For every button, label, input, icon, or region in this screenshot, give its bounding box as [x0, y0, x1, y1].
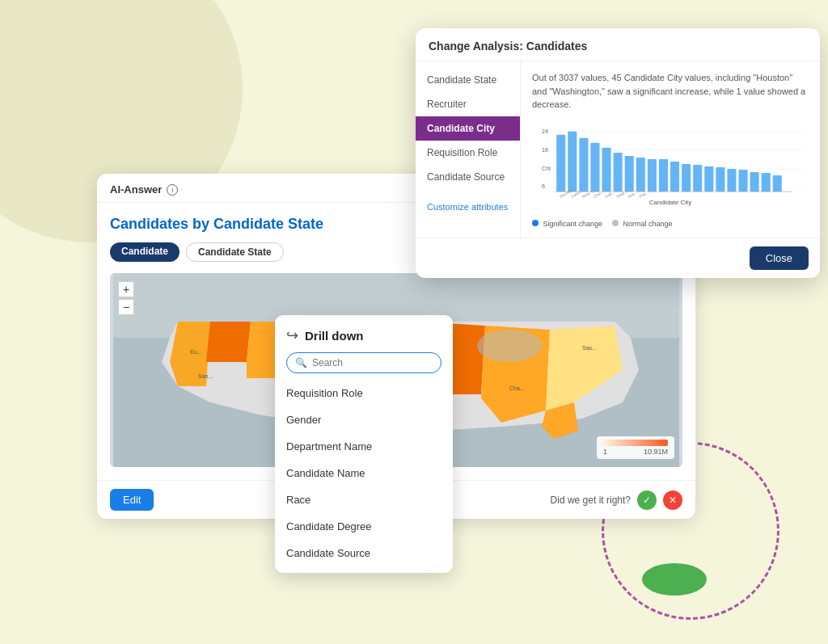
svg-rect-29 [579, 137, 588, 191]
sidebar-item-recruiter[interactable]: Recruiter [416, 92, 520, 116]
svg-text:6: 6 [542, 183, 545, 189]
svg-text:Candidate City: Candidate City [649, 199, 692, 206]
svg-text:Cha...: Cha... [509, 385, 525, 391]
svg-rect-27 [556, 134, 565, 191]
svg-rect-46 [773, 175, 782, 192]
svg-text:San...: San... [198, 373, 213, 379]
legend-labels: 1 10.91M [603, 448, 668, 456]
drill-icon: ↪ [286, 326, 298, 344]
zoom-out-button[interactable]: − [118, 299, 134, 315]
svg-rect-28 [568, 131, 577, 191]
drill-item-requisition-role[interactable]: Requisition Role [275, 380, 453, 406]
drill-item-race[interactable]: Race [275, 486, 453, 513]
svg-text:Cht: Cht [542, 166, 551, 171]
sidebar-item-candidate-city[interactable]: Candidate City [416, 116, 520, 141]
legend-normal: Normal change [612, 220, 673, 228]
map-legend: 1 10.91M [597, 436, 674, 459]
ai-answer-title: AI-Answer [110, 183, 162, 196]
svg-rect-41 [716, 166, 724, 191]
bg-blob-green [642, 563, 707, 596]
modal-header: Change Analysis: Candidates [416, 28, 820, 61]
modal-sidebar: Candidate State Recruiter Candidate City… [416, 61, 521, 238]
info-icon[interactable]: i [167, 184, 178, 196]
drill-item-candidate-name[interactable]: Candidate Name [275, 460, 453, 486]
svg-rect-30 [590, 142, 599, 191]
modal-content-area: Out of 3037 values, 45 Candidate City va… [521, 61, 820, 238]
drill-item-gender[interactable]: Gender [275, 406, 453, 433]
drill-search-container[interactable]: 🔍 [286, 352, 441, 373]
modal-footer: Close [416, 238, 820, 278]
close-button[interactable]: Close [750, 246, 809, 270]
drill-item-department-name[interactable]: Department Name [275, 433, 453, 460]
svg-marker-4 [206, 322, 251, 362]
svg-rect-39 [693, 164, 702, 191]
drill-label: Drill down [305, 329, 364, 343]
bar-chart-svg: 24 18 Cht 6 [532, 120, 809, 217]
legend-significant-label: Significant change [543, 220, 603, 228]
svg-rect-36 [659, 158, 668, 191]
svg-rect-42 [727, 169, 736, 192]
map-zoom-controls: + − [118, 281, 134, 315]
legend-normal-label: Normal change [623, 220, 673, 228]
customize-attributes-link[interactable]: Customize attributes [416, 196, 520, 218]
chart-legend: Significant change Normal change [532, 220, 809, 228]
svg-rect-44 [750, 172, 759, 192]
modal-body: Candidate State Recruiter Candidate City… [416, 61, 820, 238]
svg-rect-43 [738, 170, 747, 192]
feedback-area: Did we get it right? ✓ ✕ [551, 490, 682, 510]
svg-rect-32 [614, 152, 623, 191]
svg-text:Eu...: Eu... [190, 349, 201, 355]
drill-down-header: ↪ Drill down [275, 326, 453, 352]
bar-chart-container: 24 18 Cht 6 [532, 120, 809, 217]
svg-rect-34 [636, 157, 645, 191]
svg-rect-31 [602, 147, 611, 191]
svg-rect-40 [704, 166, 713, 191]
legend-normal-dot [612, 220, 619, 226]
tag-candidate-state[interactable]: Candidate State [186, 242, 284, 262]
svg-text:24: 24 [542, 128, 548, 133]
legend-min: 1 [603, 448, 607, 456]
sidebar-item-requisition-role[interactable]: Requisition Role [416, 141, 520, 165]
svg-text:18: 18 [542, 146, 548, 152]
legend-max: 10.91M [644, 448, 668, 456]
drill-item-candidate-degree[interactable]: Candidate Degree [275, 513, 453, 540]
sidebar-item-candidate-state[interactable]: Candidate State [416, 68, 520, 92]
drill-down-dropdown: ↪ Drill down 🔍 Requisition Role Gender D… [275, 315, 453, 573]
legend-significant: Significant change [532, 220, 602, 228]
edit-button[interactable]: Edit [110, 489, 154, 511]
search-icon: 🔍 [295, 357, 307, 368]
feedback-text: Did we get it right? [551, 495, 631, 506]
sidebar-item-candidate-source[interactable]: Candidate Source [416, 165, 520, 189]
drill-item-candidate-source[interactable]: Candidate Source [275, 540, 453, 566]
svg-rect-33 [625, 155, 634, 191]
tag-candidate[interactable]: Candidate [110, 242, 180, 262]
legend-gradient [603, 440, 668, 446]
svg-text:Sas...: Sas... [582, 345, 597, 351]
search-input[interactable] [312, 357, 433, 368]
svg-rect-45 [762, 173, 771, 192]
feedback-yes-button[interactable]: ✓ [637, 490, 657, 510]
zoom-in-button[interactable]: + [118, 281, 134, 297]
svg-point-13 [477, 330, 542, 362]
modal-description: Out of 3037 values, 45 Candidate City va… [532, 71, 809, 112]
legend-significant-dot [532, 220, 539, 226]
change-analysis-modal: Change Analysis: Candidates Candidate St… [416, 28, 820, 278]
feedback-no-button[interactable]: ✕ [663, 490, 682, 510]
svg-rect-38 [682, 163, 691, 191]
svg-rect-35 [648, 158, 657, 191]
svg-rect-37 [670, 161, 679, 191]
